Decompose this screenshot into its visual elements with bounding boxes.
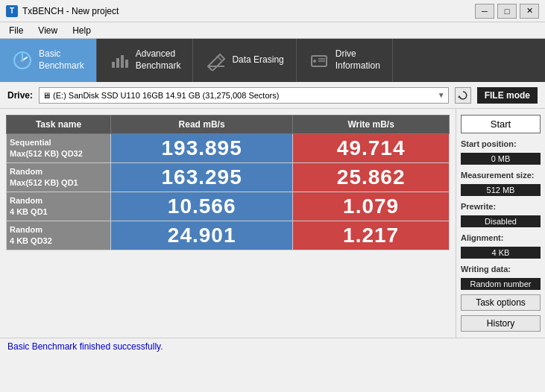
toolbar: BasicBenchmark AdvancedBenchmark Data Er… bbox=[0, 39, 545, 82]
write-value: 49.714 bbox=[337, 136, 406, 159]
table-row: Random4 KB QD110.5661.079 bbox=[7, 192, 450, 221]
minimize-button[interactable]: ─ bbox=[475, 4, 494, 19]
task-cell: SequentialMax(512 KB) QD32 bbox=[7, 134, 111, 163]
alignment-value: 4 KB bbox=[461, 247, 541, 259]
read-cell: 24.901 bbox=[111, 221, 293, 250]
col-task-name: Task name bbox=[7, 116, 111, 134]
toolbar-data-erasing[interactable]: Data Erasing bbox=[193, 39, 296, 82]
chevron-down-icon: ▼ bbox=[438, 91, 445, 99]
task-cell: RandomMax(512 KB) QD1 bbox=[7, 163, 111, 192]
drive-select-text: 🖥 (E:) SanDisk SSD U110 16GB 14.91 GB (3… bbox=[42, 91, 279, 100]
title-bar-left: T TxBENCH - New project bbox=[6, 5, 119, 17]
writing-data-value: Random number bbox=[461, 278, 541, 290]
start-button[interactable]: Start bbox=[461, 115, 541, 133]
right-panel: Start Start position: 0 MB Measurement s… bbox=[456, 109, 545, 338]
write-cell: 25.862 bbox=[293, 163, 450, 192]
title-bar: T TxBENCH - New project ─ □ ✕ bbox=[0, 0, 545, 22]
write-cell: 1.079 bbox=[293, 192, 450, 221]
start-position-label: Start position: bbox=[461, 139, 541, 148]
svg-rect-5 bbox=[125, 60, 128, 68]
app-icon: T bbox=[6, 5, 18, 17]
read-value: 24.901 bbox=[168, 224, 236, 247]
task-cell: Random4 KB QD32 bbox=[7, 221, 111, 250]
col-write: Write mB/s bbox=[293, 116, 450, 134]
drive-bar: Drive: 🖥 (E:) SanDisk SSD U110 16GB 14.9… bbox=[0, 82, 545, 109]
read-cell: 10.566 bbox=[111, 192, 293, 221]
prewrite-value: Disabled bbox=[461, 215, 541, 227]
svg-rect-3 bbox=[116, 58, 119, 68]
write-cell: 49.714 bbox=[293, 134, 450, 163]
results-area: Task name Read mB/s Write mB/s Sequentia… bbox=[0, 109, 456, 338]
status-bar: Basic Benchmark finished successfully. bbox=[0, 338, 545, 354]
table-row: RandomMax(512 KB) QD1163.29525.862 bbox=[7, 163, 450, 192]
svg-point-8 bbox=[313, 60, 316, 63]
task-cell: Random4 KB QD1 bbox=[7, 192, 111, 221]
start-position-value: 0 MB bbox=[461, 153, 541, 165]
measurement-size-label: Measurement size: bbox=[461, 171, 541, 180]
file-mode-button[interactable]: FILE mode bbox=[477, 87, 538, 104]
alignment-label: Alignment: bbox=[461, 233, 541, 242]
window-controls: ─ □ ✕ bbox=[475, 4, 539, 19]
write-value: 25.862 bbox=[337, 165, 406, 189]
menu-file[interactable]: File bbox=[6, 24, 26, 37]
close-button[interactable]: ✕ bbox=[520, 4, 539, 19]
measurement-size-value: 512 MB bbox=[461, 184, 541, 196]
advanced-benchmark-label: AdvancedBenchmark bbox=[136, 48, 181, 72]
drive-label: Drive: bbox=[7, 90, 33, 101]
erase-icon bbox=[205, 50, 226, 71]
write-value: 1.079 bbox=[343, 195, 399, 218]
main-content: Task name Read mB/s Write mB/s Sequentia… bbox=[0, 109, 545, 338]
basic-benchmark-label: BasicBenchmark bbox=[39, 48, 84, 72]
read-cell: 193.895 bbox=[111, 134, 293, 163]
gauge-icon bbox=[12, 50, 33, 71]
svg-rect-2 bbox=[112, 62, 115, 68]
drive-select[interactable]: 🖥 (E:) SanDisk SSD U110 16GB 14.91 GB (3… bbox=[39, 87, 449, 104]
toolbar-drive-information[interactable]: DriveInformation bbox=[297, 39, 393, 82]
drive-information-label: DriveInformation bbox=[335, 48, 380, 72]
history-button[interactable]: History bbox=[461, 315, 541, 332]
menu-view[interactable]: View bbox=[35, 24, 60, 37]
read-value: 193.895 bbox=[162, 136, 242, 159]
write-cell: 1.217 bbox=[293, 221, 450, 250]
svg-rect-4 bbox=[121, 55, 124, 68]
drive-info-icon bbox=[309, 50, 330, 71]
toolbar-basic-benchmark[interactable]: BasicBenchmark bbox=[0, 39, 97, 82]
refresh-icon bbox=[458, 90, 468, 101]
task-options-button[interactable]: Task options bbox=[461, 294, 541, 311]
maximize-button[interactable]: □ bbox=[497, 4, 517, 19]
write-value: 1.217 bbox=[343, 224, 399, 247]
results-table: Task name Read mB/s Write mB/s Sequentia… bbox=[6, 115, 450, 250]
prewrite-label: Prewrite: bbox=[461, 202, 541, 211]
svg-marker-11 bbox=[458, 95, 461, 98]
menu-bar: File View Help bbox=[0, 22, 545, 39]
status-text: Basic Benchmark finished successfully. bbox=[7, 341, 163, 352]
table-row: SequentialMax(512 KB) QD32193.89549.714 bbox=[7, 134, 450, 163]
read-value: 163.295 bbox=[162, 165, 242, 189]
chart-icon bbox=[109, 50, 130, 71]
read-cell: 163.295 bbox=[111, 163, 293, 192]
toolbar-advanced-benchmark[interactable]: AdvancedBenchmark bbox=[97, 39, 194, 82]
menu-help[interactable]: Help bbox=[69, 24, 94, 37]
app-title: TxBENCH - New project bbox=[22, 6, 119, 16]
read-value: 10.566 bbox=[168, 195, 236, 218]
table-row: Random4 KB QD3224.9011.217 bbox=[7, 221, 450, 250]
data-erasing-label: Data Erasing bbox=[232, 54, 283, 66]
writing-data-label: Writing data: bbox=[461, 265, 541, 274]
col-read: Read mB/s bbox=[111, 116, 293, 134]
drive-refresh-button[interactable] bbox=[455, 87, 471, 104]
